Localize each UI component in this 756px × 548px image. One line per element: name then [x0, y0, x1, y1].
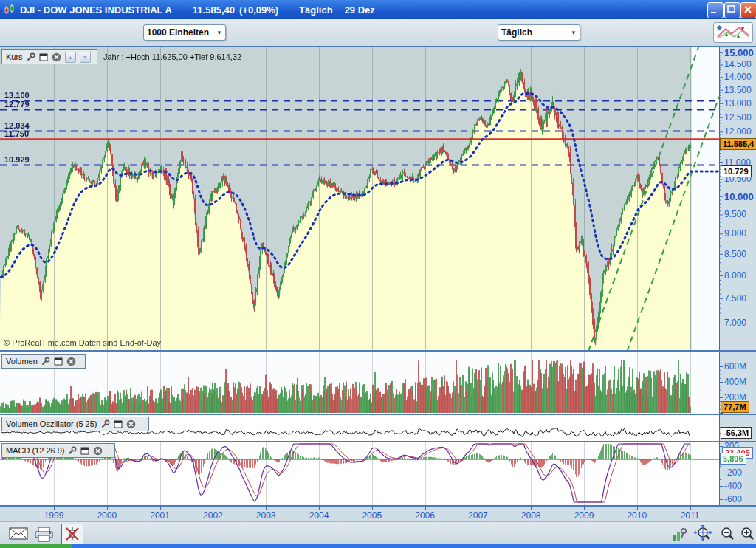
taskbar-start-fragment: [0, 544, 72, 548]
title-bar: DJI - DOW JONES INDUSTRIAL A 11.585,40 (…: [0, 0, 756, 19]
move-down-icon[interactable]: ▼: [80, 52, 91, 63]
close-button[interactable]: [740, 2, 756, 18]
year-label: 2011: [678, 510, 703, 521]
year-tick: [319, 507, 320, 510]
ma-value-badge: 10.729: [721, 165, 752, 177]
print-icon[interactable]: [34, 526, 54, 542]
close-icon[interactable]: [93, 446, 103, 456]
year-label: 2010: [625, 510, 650, 521]
units-dropdown-value: 1000 Einheiten: [147, 27, 209, 38]
year-tick: [54, 507, 55, 510]
window-period: Täglich: [299, 4, 333, 16]
year-tick: [637, 507, 638, 510]
year-label: 2008: [518, 510, 543, 521]
wrench-icon[interactable]: [68, 446, 77, 455]
application-window: DJI - DOW JONES INDUSTRIAL A 11.585,40 (…: [0, 0, 756, 548]
current-price-badge: 11.585,4: [720, 138, 756, 150]
macd-value-badge: 5,896: [720, 453, 746, 465]
panel-separator: [0, 505, 756, 507]
chart-style-button[interactable]: [713, 22, 753, 43]
year-high-low-info: Jahr : +Hoch 11.625,00 +Tief 9.614,32: [103, 52, 241, 61]
year-label: 2002: [200, 510, 225, 521]
year-label: 2004: [306, 510, 331, 521]
chart-toolbar: 1000 Einheiten ▼ Täglich ▼: [0, 19, 756, 47]
wrench-icon[interactable]: [27, 52, 35, 61]
wrench-icon[interactable]: [41, 357, 50, 366]
window-icon[interactable]: [80, 447, 89, 455]
year-tick: [425, 507, 426, 510]
year-label: 2007: [465, 510, 490, 521]
price-panel-label: Kurs: [6, 52, 23, 61]
window-title: DJI - DOW JONES INDUSTRIAL A: [20, 4, 172, 16]
year-tick: [213, 507, 213, 510]
bottom-toolbar: ◀ ▶: [0, 521, 756, 545]
year-label: 2005: [360, 510, 385, 521]
period-dropdown-value: Täglich: [501, 27, 532, 38]
panel-separator: [0, 350, 756, 352]
window-icon[interactable]: [54, 357, 63, 366]
mail-icon[interactable]: [9, 527, 28, 540]
year-tick: [160, 507, 161, 510]
zoom-in-icon[interactable]: [739, 526, 756, 542]
year-label: 2009: [571, 510, 597, 521]
minimize-button[interactable]: [707, 2, 724, 18]
year-label: 2006: [413, 510, 438, 521]
hide-quotes-icon[interactable]: [61, 524, 83, 544]
panel-separator: [0, 46, 756, 47]
price-chart-canvas[interactable]: [0, 47, 719, 350]
window-change: (+0,09%): [239, 4, 278, 16]
year-label: 1999: [41, 510, 66, 521]
taskbar-strip: [0, 544, 756, 548]
macd-panel-label: MACD (12 26 9): [6, 446, 64, 455]
panel-separator: [0, 414, 756, 415]
mini-chart-icon: [716, 24, 750, 41]
move-up-icon[interactable]: ▲: [65, 52, 76, 63]
window-icon[interactable]: [39, 53, 48, 61]
copyright-text: © ProRealTime.com Daten sind End-of-Day: [4, 338, 161, 347]
close-icon[interactable]: [52, 52, 61, 62]
year-tick: [584, 507, 585, 510]
chevron-down-icon: ▼: [571, 30, 577, 36]
zoom-fit-icon[interactable]: [693, 525, 715, 543]
volume-badge: 77,7M: [721, 401, 749, 413]
year-tick: [531, 507, 532, 510]
period-dropdown[interactable]: Täglich ▼: [498, 24, 580, 41]
time-axis: 1999200020012002200320042005200620072008…: [0, 507, 756, 521]
year-tick: [690, 507, 691, 510]
oscillator-badge: -56,3M: [721, 427, 752, 439]
oscillator-panel-header: Volumen Oszillator (5 25): [1, 417, 149, 431]
volume-panel-label: Volumen: [6, 357, 38, 366]
year-tick: [107, 507, 108, 510]
zoom-out-icon[interactable]: [719, 526, 737, 542]
close-icon[interactable]: [126, 419, 136, 429]
year-tick: [372, 507, 373, 510]
year-label: 2001: [148, 510, 173, 521]
year-tick: [266, 507, 267, 510]
window-icon[interactable]: [114, 420, 123, 428]
macd-panel-header: MACD (12 26 9): [1, 443, 115, 458]
volume-panel-header: Volumen: [1, 354, 86, 369]
panel-separator: [0, 441, 756, 442]
units-dropdown[interactable]: 1000 Einheiten ▼: [143, 24, 226, 41]
candlestick-icon: [4, 4, 16, 16]
year-label: 2000: [94, 510, 120, 521]
wrench-icon[interactable]: [101, 419, 110, 428]
close-icon[interactable]: [66, 357, 76, 366]
window-date: 29 Dez: [345, 4, 375, 16]
oscillator-panel-label: Volumen Oszillator (5 25): [6, 419, 97, 428]
price-panel-header: Kurs ▲ ▼: [1, 49, 97, 64]
maximize-button[interactable]: [724, 2, 740, 18]
year-label: 2003: [253, 510, 278, 521]
window-price: 11.585,40: [193, 4, 235, 16]
chart-settings-icon[interactable]: [672, 527, 688, 541]
year-tick: [478, 507, 478, 510]
volume-chart-canvas[interactable]: [0, 352, 719, 414]
chevron-down-icon: ▼: [216, 30, 222, 36]
